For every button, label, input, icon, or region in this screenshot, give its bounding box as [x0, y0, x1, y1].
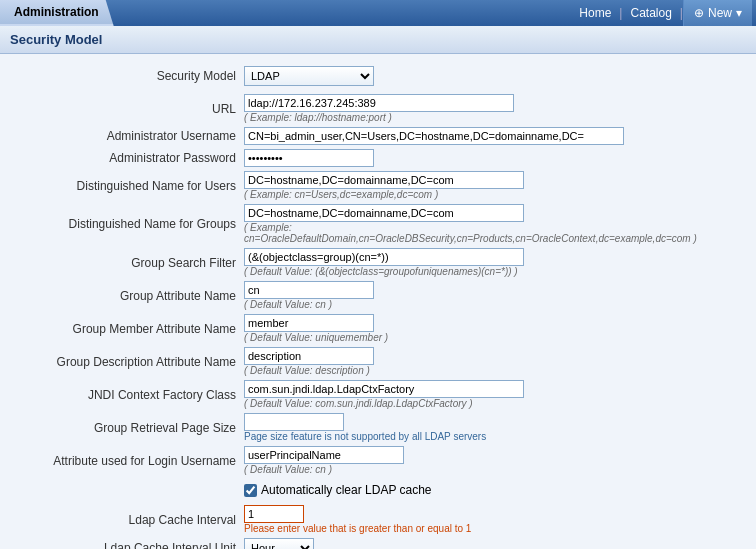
group-attribute-name-row: Group Attribute Name ( Default Value: cn… [20, 279, 736, 312]
admin-username-input[interactable] [244, 127, 624, 145]
url-row: URL ( Example: ldap://hostname:port ) [20, 92, 736, 125]
ldap-cache-interval-row: Ldap Cache Interval Please enter value t… [20, 503, 736, 536]
url-hint: ( Example: ldap://hostname:port ) [244, 112, 732, 123]
auto-clear-ldap-label: Automatically clear LDAP cache [261, 483, 432, 497]
ldap-cache-interval-unit-label: Ldap Cache Interval Unit [20, 536, 240, 549]
group-attribute-name-hint: ( Default Value: cn ) [244, 299, 732, 310]
group-retrieval-page-size-row: Group Retrieval Page Size Page size feat… [20, 411, 736, 444]
group-search-filter-row: Group Search Filter ( Default Value: (&(… [20, 246, 736, 279]
auto-clear-ldap-row: Automatically clear LDAP cache [20, 477, 736, 503]
new-label: New [708, 6, 732, 20]
jndi-context-label: JNDI Context Factory Class [20, 378, 240, 411]
jndi-context-row: JNDI Context Factory Class ( Default Val… [20, 378, 736, 411]
group-search-filter-value-cell: ( Default Value: (&(objectclass=groupofu… [240, 246, 736, 279]
admin-password-value-cell [240, 147, 736, 169]
attribute-login-username-row: Attribute used for Login Username ( Defa… [20, 444, 736, 477]
dn-groups-row: Distinguished Name for Groups ( Example:… [20, 202, 736, 246]
security-model-value-cell: LDAP Default Custom [240, 64, 736, 88]
ldap-cache-interval-input[interactable] [244, 505, 304, 523]
group-member-attribute-input[interactable] [244, 314, 374, 332]
group-retrieval-page-size-input[interactable] [244, 413, 344, 431]
auto-clear-ldap-spacer [20, 477, 240, 503]
dn-users-hint: ( Example: cn=Users,dc=example,dc=com ) [244, 189, 732, 200]
dn-groups-label: Distinguished Name for Groups [20, 202, 240, 246]
group-search-filter-label: Group Search Filter [20, 246, 240, 279]
admin-username-row: Administrator Username [20, 125, 736, 147]
dn-users-value-cell: ( Example: cn=Users,dc=example,dc=com ) [240, 169, 736, 202]
new-button[interactable]: ⊕ New ▾ [683, 0, 752, 26]
dn-groups-value-cell: ( Example: cn=OracleDefaultDomain,cn=Ora… [240, 202, 736, 246]
dn-groups-hint: ( Example: cn=OracleDefaultDomain,cn=Ora… [244, 222, 724, 244]
security-model-row: Security Model LDAP Default Custom [20, 64, 736, 88]
nav-links: Home | Catalog | ⊕ New ▾ [571, 0, 756, 26]
top-nav: Administration Home | Catalog | ⊕ New ▾ [0, 0, 756, 26]
group-search-filter-hint: ( Default Value: (&(objectclass=groupofu… [244, 266, 732, 277]
admin-password-label: Administrator Password [20, 147, 240, 169]
group-attribute-name-label: Group Attribute Name [20, 279, 240, 312]
jndi-context-input[interactable] [244, 380, 524, 398]
dn-groups-input[interactable] [244, 204, 524, 222]
group-description-row: Group Description Attribute Name ( Defau… [20, 345, 736, 378]
auto-clear-ldap-checkbox-row: Automatically clear LDAP cache [244, 483, 732, 497]
ldap-cache-interval-unit-select[interactable]: Hour Minute Day [244, 538, 314, 549]
group-member-attribute-hint: ( Default Value: uniquemember ) [244, 332, 732, 343]
attribute-login-username-label: Attribute used for Login Username [20, 444, 240, 477]
group-description-value-cell: ( Default Value: description ) [240, 345, 736, 378]
group-member-attribute-row: Group Member Attribute Name ( Default Va… [20, 312, 736, 345]
ldap-cache-interval-unit-row: Ldap Cache Interval Unit Hour Minute Day [20, 536, 736, 549]
jndi-context-hint: ( Default Value: com.sun.jndi.ldap.LdapC… [244, 398, 732, 409]
page-header: Security Model [0, 26, 756, 54]
group-description-input[interactable] [244, 347, 374, 365]
security-model-select[interactable]: LDAP Default Custom [244, 66, 374, 86]
group-member-attribute-label: Group Member Attribute Name [20, 312, 240, 345]
admin-username-label: Administrator Username [20, 125, 240, 147]
admin-tab[interactable]: Administration [0, 0, 114, 26]
attribute-login-username-value-cell: ( Default Value: cn ) [240, 444, 736, 477]
group-description-label: Group Description Attribute Name [20, 345, 240, 378]
group-member-attribute-value-cell: ( Default Value: uniquemember ) [240, 312, 736, 345]
url-value-cell: ( Example: ldap://hostname:port ) [240, 92, 736, 125]
ldap-cache-interval-error: Please enter value that is greater than … [244, 523, 732, 534]
new-icon: ⊕ [694, 6, 704, 20]
form-table: Security Model LDAP Default Custom URL (… [20, 64, 736, 549]
new-chevron-icon: ▾ [736, 6, 742, 20]
jndi-context-value-cell: ( Default Value: com.sun.jndi.ldap.LdapC… [240, 378, 736, 411]
main-content: Security Model LDAP Default Custom URL (… [0, 54, 756, 549]
group-retrieval-page-size-info: Page size feature is not supported by al… [244, 431, 732, 442]
ldap-cache-interval-unit-value-cell: Hour Minute Day [240, 536, 736, 549]
home-link[interactable]: Home [571, 0, 619, 26]
attribute-login-username-input[interactable] [244, 446, 404, 464]
dn-users-label: Distinguished Name for Users [20, 169, 240, 202]
dn-users-input[interactable] [244, 171, 524, 189]
group-retrieval-page-size-label: Group Retrieval Page Size [20, 411, 240, 444]
auto-clear-ldap-value-cell: Automatically clear LDAP cache [240, 477, 736, 503]
ldap-cache-interval-value-cell: Please enter value that is greater than … [240, 503, 736, 536]
auto-clear-ldap-checkbox[interactable] [244, 484, 257, 497]
dn-users-row: Distinguished Name for Users ( Example: … [20, 169, 736, 202]
security-model-label: Security Model [20, 64, 240, 88]
url-label: URL [20, 92, 240, 125]
group-search-filter-input[interactable] [244, 248, 524, 266]
ldap-cache-interval-label: Ldap Cache Interval [20, 503, 240, 536]
attribute-login-username-hint: ( Default Value: cn ) [244, 464, 732, 475]
catalog-link[interactable]: Catalog [622, 0, 679, 26]
admin-password-row: Administrator Password [20, 147, 736, 169]
group-attribute-name-value-cell: ( Default Value: cn ) [240, 279, 736, 312]
group-description-hint: ( Default Value: description ) [244, 365, 732, 376]
url-input[interactable] [244, 94, 514, 112]
group-retrieval-page-size-value-cell: Page size feature is not supported by al… [240, 411, 736, 444]
admin-password-input[interactable] [244, 149, 374, 167]
group-attribute-name-input[interactable] [244, 281, 374, 299]
admin-username-value-cell [240, 125, 736, 147]
page-title: Security Model [10, 32, 102, 47]
